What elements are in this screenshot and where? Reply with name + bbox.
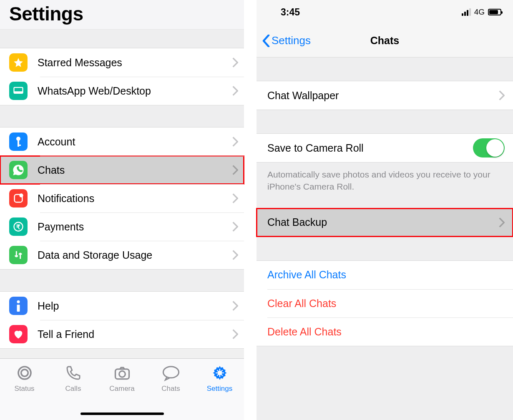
svg-point-6: [19, 193, 23, 197]
nav-bar: Settings Chats: [256, 24, 513, 58]
row-label: WhatsApp Web/Desktop: [38, 85, 232, 97]
svg-text:₹: ₹: [16, 223, 20, 230]
camera-roll-group: Save to Camera Roll: [256, 133, 513, 162]
status-indicators: 4G: [462, 8, 501, 17]
rupee-icon: ₹: [9, 218, 28, 236]
row-starred-messages[interactable]: Starred Messages: [0, 48, 244, 77]
row-label: Delete All Chats: [267, 326, 505, 338]
battery-icon: [488, 9, 501, 15]
row-account[interactable]: Account: [0, 128, 244, 156]
gear-icon: [211, 364, 229, 382]
row-label: Clear All Chats: [267, 298, 505, 310]
page-title: Settings: [9, 2, 235, 25]
row-label: Data and Storage Usage: [38, 249, 232, 261]
save-camera-roll-toggle[interactable]: [473, 138, 505, 158]
chevron-right-icon: [232, 165, 238, 175]
info-icon: [9, 297, 28, 315]
svg-point-11: [18, 367, 31, 379]
row-whatsapp-web[interactable]: WhatsApp Web/Desktop: [0, 77, 244, 105]
row-label: Chats: [38, 164, 232, 176]
svg-point-14: [119, 371, 125, 377]
backup-group: Chat Backup: [256, 208, 513, 237]
row-chat-wallpaper[interactable]: Chat Wallpaper: [256, 81, 513, 110]
row-label: Chat Backup: [267, 216, 499, 228]
row-tell-friend[interactable]: Tell a Friend: [0, 320, 244, 348]
heart-icon: [9, 325, 28, 343]
key-icon: [9, 132, 28, 151]
back-label: Settings: [272, 34, 311, 47]
chevron-right-icon: [232, 301, 238, 311]
section-spacer: [0, 105, 244, 127]
settings-header: Settings: [0, 0, 244, 30]
row-label: Chat Wallpaper: [267, 90, 499, 102]
svg-point-15: [163, 367, 179, 378]
row-label: Tell a Friend: [38, 328, 232, 340]
section-spacer: [256, 110, 513, 133]
chevron-right-icon: [232, 86, 238, 96]
row-data-storage[interactable]: Data and Storage Usage: [0, 241, 244, 269]
row-label: Notifications: [38, 192, 232, 205]
row-label: Account: [38, 136, 232, 148]
section-spacer: [256, 199, 513, 208]
tab-label: Calls: [65, 385, 81, 393]
section-spacer: [0, 270, 244, 291]
tab-chats[interactable]: Chats: [146, 364, 195, 420]
row-delete-all[interactable]: Delete All Chats: [267, 318, 513, 346]
tab-settings[interactable]: Settings: [195, 364, 244, 420]
tab-calls[interactable]: Calls: [49, 364, 98, 420]
chevron-right-icon: [499, 218, 505, 228]
notifications-icon: [9, 189, 28, 208]
desktop-icon: [9, 82, 28, 100]
section-spacer: [0, 30, 244, 48]
tab-label: Camera: [109, 385, 134, 393]
chevron-right-icon: [232, 250, 238, 260]
wallpaper-group: Chat Wallpaper: [256, 81, 513, 110]
svg-point-2: [16, 137, 20, 141]
svg-rect-4: [18, 145, 21, 146]
chats-settings-screen: 3:45 4G Settings Chats Chat Wallpaper Sa…: [256, 0, 513, 420]
row-label: Starred Messages: [38, 57, 232, 69]
section-spacer: [256, 346, 513, 420]
status-time: 3:45: [281, 7, 300, 18]
row-chats[interactable]: Chats: [0, 156, 244, 184]
row-payments[interactable]: ₹ Payments: [0, 212, 244, 241]
row-chat-backup[interactable]: Chat Backup: [256, 208, 513, 237]
status-bar: 3:45 4G: [256, 0, 513, 24]
row-clear-all[interactable]: Clear All Chats: [267, 289, 513, 318]
chevron-right-icon: [499, 90, 505, 100]
save-camera-roll-description: Automatically save photos and videos you…: [256, 162, 513, 199]
phone-icon: [64, 364, 83, 382]
home-indicator[interactable]: [80, 412, 164, 415]
chevron-right-icon: [232, 193, 238, 203]
back-button[interactable]: Settings: [256, 34, 311, 47]
row-save-camera-roll[interactable]: Save to Camera Roll: [256, 134, 513, 162]
row-label: Save to Camera Roll: [267, 142, 473, 154]
section-spacer: [256, 237, 513, 260]
svg-rect-1: [14, 91, 23, 93]
svg-point-9: [17, 300, 20, 303]
camera-icon: [113, 364, 131, 382]
section-spacer: [256, 58, 513, 81]
data-usage-icon: [9, 246, 28, 264]
row-notifications[interactable]: Notifications: [0, 184, 244, 212]
svg-rect-10: [17, 305, 20, 312]
tab-status[interactable]: Status: [0, 364, 49, 420]
status-icon: [15, 364, 34, 382]
row-archive-all[interactable]: Archive All Chats: [256, 261, 513, 289]
settings-group-1: Starred Messages WhatsApp Web/Desktop: [0, 48, 244, 105]
chevron-right-icon: [232, 58, 238, 68]
row-label: Help: [38, 300, 232, 312]
settings-group-3: Help Tell a Friend: [0, 291, 244, 349]
row-help[interactable]: Help: [0, 292, 244, 320]
settings-group-2: Account Chats Notifications ₹ Payments: [0, 127, 244, 270]
row-label: Archive All Chats: [267, 269, 505, 281]
bulk-actions-group: Archive All Chats Clear All Chats Delete…: [256, 260, 513, 346]
tab-camera[interactable]: Camera: [98, 364, 146, 420]
svg-point-12: [21, 370, 28, 377]
whatsapp-icon: [9, 161, 28, 179]
network-label: 4G: [474, 8, 485, 17]
chevron-left-icon: [262, 35, 270, 47]
tab-label: Status: [14, 385, 34, 393]
tab-bar: Status Calls Camera Chats Settings: [0, 358, 244, 420]
chats-icon: [162, 364, 180, 382]
